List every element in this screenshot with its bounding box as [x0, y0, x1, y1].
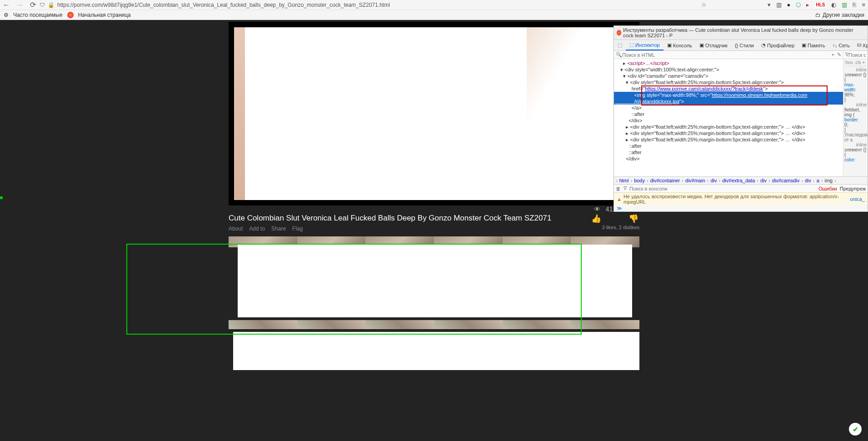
- devtools-panel: Инструменты разработчика — Cute colombia…: [614, 25, 868, 212]
- ext4-icon[interactable]: ◐: [831, 1, 836, 8]
- link-share[interactable]: Share: [271, 226, 286, 232]
- pick-element-icon[interactable]: ⬚: [614, 40, 626, 50]
- ext6-icon[interactable]: ⎘: [853, 1, 856, 8]
- folder-icon: 🗀: [815, 12, 821, 18]
- url-text[interactable]: https://pornve.com/w98d7ijqg9e1/Cute_col…: [57, 2, 390, 8]
- firefox-icon: [617, 30, 621, 35]
- tab-profiler[interactable]: ◔ Профайлер: [758, 40, 798, 50]
- video-title: Cute Colombian Slut Veronica Leal Fucked…: [229, 205, 551, 225]
- thumbs-down-icon[interactable]: 👎: [629, 214, 639, 224]
- styles-filter-input[interactable]: [848, 52, 866, 58]
- ext-icon[interactable]: ●: [787, 1, 791, 8]
- bookmark-other[interactable]: Другие закладки: [823, 12, 864, 18]
- ext2-icon[interactable]: ⬡: [796, 1, 801, 8]
- related-strip-2: [229, 320, 639, 329]
- devtools-title-text: Инструменты разработчика — Cute colombia…: [623, 27, 865, 38]
- trash-icon[interactable]: 🗑: [616, 186, 621, 191]
- gear-icon[interactable]: ⚙: [4, 12, 9, 18]
- url-bar: ← → ⟳ 🛡 🔒 https://pornve.com/w98d7ijqg9e…: [0, 0, 868, 10]
- styles-pane[interactable]: :hov .cls + inline элемент {} { max- wid…: [843, 59, 868, 176]
- library-icon[interactable]: ▥: [776, 1, 782, 8]
- ext5-icon[interactable]: ▥: [842, 1, 847, 8]
- warning-icon: ▲: [617, 196, 622, 202]
- warning-source-link[interactable]: onica_: [850, 196, 865, 202]
- devtools-title-bar: Инструменты разработчика — Cute colombia…: [614, 26, 868, 40]
- highlight-marker: [0, 196, 3, 199]
- add-icon[interactable]: +: [832, 52, 834, 58]
- filter-icon: ∇: [624, 185, 627, 191]
- errors-toggle[interactable]: Ошибки: [818, 186, 837, 191]
- breadcrumb[interactable]: ‹ html› body› div#container› div#main› d…: [614, 176, 868, 184]
- link-addto[interactable]: Add to: [249, 226, 265, 232]
- styles-toggles[interactable]: :hov .cls +: [844, 60, 867, 66]
- firefox-icon: [67, 12, 74, 18]
- shield-icon[interactable]: 🛡: [40, 2, 45, 8]
- link-about[interactable]: About: [229, 226, 243, 232]
- menu-icon[interactable]: ≡: [862, 1, 865, 8]
- tab-debugger[interactable]: ▣ Отладчик: [696, 40, 731, 50]
- video-player-frame: [229, 22, 639, 205]
- pocket-icon[interactable]: ▾: [768, 1, 771, 8]
- console-filter-row: 🗑 ∇ Ошибки Предупреж: [614, 184, 868, 192]
- html-search-input[interactable]: [622, 52, 832, 58]
- ad-overlay-3[interactable]: [233, 332, 639, 370]
- forward-icon[interactable]: →: [16, 1, 24, 9]
- shield-check-icon: ✔: [853, 425, 858, 434]
- dom-tree[interactable]: ▸ <script>…</script> ▾ <div style="width…: [614, 59, 843, 176]
- tab-storage[interactable]: ⛁ Хранил: [853, 40, 868, 50]
- filter-icon: ∇: [845, 52, 848, 58]
- edit-icon[interactable]: ✎: [837, 52, 841, 58]
- tab-memory[interactable]: ▣ Память: [798, 40, 828, 50]
- tab-network[interactable]: ↑↓ Сеть: [828, 41, 853, 50]
- tab-styles[interactable]: {} Стили: [731, 41, 758, 50]
- devtools-tabs: ⬚ ⬚ Инспектор ▣ Консоль ▣ Отладчик {} Ст…: [614, 40, 868, 51]
- video-surface[interactable]: [234, 27, 634, 200]
- ad-overlay-1[interactable]: [245, 27, 527, 200]
- bookmarks-bar: ⚙ Часто посещаемые Начальная страница 🗀 …: [0, 10, 868, 20]
- ad-overlay-2[interactable]: [238, 245, 632, 317]
- warnings-toggle[interactable]: Предупреж: [840, 186, 866, 191]
- crumb-right-icon[interactable]: ›: [834, 178, 836, 183]
- tab-inspector[interactable]: ⬚ Инспектор: [626, 40, 663, 50]
- source-highlight-box: [641, 85, 828, 105]
- console-filter-input[interactable]: [629, 186, 816, 191]
- eye-icon: 👁: [594, 205, 600, 213]
- back-icon[interactable]: ←: [3, 1, 10, 9]
- tab-console[interactable]: ▣ Консоль: [663, 40, 696, 50]
- bookmark-start[interactable]: Начальная страница: [78, 12, 131, 18]
- link-flag[interactable]: Flag: [292, 226, 303, 232]
- console-warning: ▲ Не удалось воспроизвести медиа. Нет де…: [614, 192, 868, 205]
- search-icon: 🔍: [616, 52, 622, 58]
- bookmark-freq[interactable]: Часто посещаемые: [13, 12, 63, 18]
- likes-text: 3 likes, 2 dislikes: [591, 225, 639, 230]
- hls-badge[interactable]: HLS: [815, 2, 826, 7]
- warning-text: Не удалось воспроизвести медиа. Нет деко…: [624, 194, 848, 205]
- ext3-icon[interactable]: ▸: [806, 1, 809, 8]
- thumbs-up-icon[interactable]: 👍: [591, 214, 601, 224]
- lock-icon[interactable]: 🔒: [48, 2, 55, 8]
- reload-icon[interactable]: ⟳: [30, 0, 36, 9]
- adblock-badge[interactable]: ✔: [849, 423, 862, 436]
- console-prompt[interactable]: ≫: [614, 205, 868, 211]
- crumb-left-icon[interactable]: ‹: [616, 178, 618, 183]
- bookmark-star-icon[interactable]: ☆: [701, 1, 707, 8]
